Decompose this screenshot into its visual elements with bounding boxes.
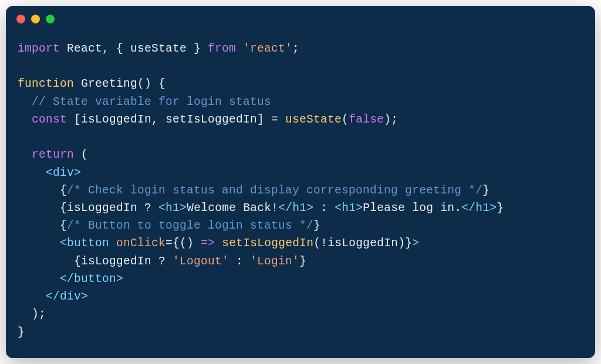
import-identifiers: React, { useState } <box>60 42 208 55</box>
tag-bracket: > <box>489 202 497 215</box>
identifier: isLoggedIn <box>327 237 398 250</box>
code-line: <div> <box>18 164 583 182</box>
brace: { <box>60 202 67 215</box>
jsx-text: Welcome Back! <box>187 202 278 215</box>
tag-button: button <box>67 237 109 250</box>
indent <box>18 166 46 179</box>
colon: : <box>229 255 250 268</box>
brace: { <box>74 255 81 268</box>
tag-h1: h1 <box>475 202 489 215</box>
indent <box>18 96 32 108</box>
arrow-op: => <box>201 237 215 250</box>
code-line: {/* Button to toggle login status */} <box>18 217 583 234</box>
indent <box>18 202 60 215</box>
semicolon: ; <box>292 42 299 55</box>
code-line-blank <box>18 128 583 146</box>
maximize-window-button[interactable] <box>46 15 55 23</box>
minimize-window-button[interactable] <box>31 15 40 23</box>
jsx-comment: /* Check login status and display corres… <box>67 184 482 197</box>
attribute-onclick: onClick <box>116 237 166 250</box>
keyword-return: return <box>32 148 74 161</box>
identifier: isLoggedIn <box>67 202 144 215</box>
space <box>236 42 243 55</box>
bang: ! <box>320 237 327 250</box>
jsx-comment: /* Button to toggle login status */ <box>67 219 313 232</box>
tag-bracket: > <box>74 166 81 179</box>
code-line: // State variable for login status <box>18 93 583 111</box>
indent <box>18 273 60 285</box>
tag-div: div <box>60 290 81 303</box>
brace: } <box>299 255 306 268</box>
indent <box>18 219 60 232</box>
tag-bracket: < <box>60 237 67 250</box>
paren: ( <box>313 237 320 250</box>
arrow-params: () <box>180 237 201 250</box>
brace: { <box>60 184 67 197</box>
destructure: [isLoggedIn, setIsLoggedIn] = <box>67 113 285 126</box>
usestate-call: useState <box>285 113 342 126</box>
params: () { <box>137 77 166 90</box>
indent <box>18 308 32 321</box>
brace: { <box>173 237 180 250</box>
tag-h1: h1 <box>292 202 306 215</box>
code-line: import React, { useState } from 'react'; <box>18 40 583 57</box>
comment: // State variable for login status <box>32 96 271 108</box>
keyword-const: const <box>32 113 67 126</box>
tag-bracket: </ <box>278 202 292 215</box>
tag-bracket: </ <box>46 290 60 303</box>
tag-bracket: < <box>158 202 166 215</box>
code-line: <button onClick={() => setIsLoggedIn(!is… <box>18 234 583 252</box>
ternary: ? <box>158 255 173 268</box>
tag-bracket: > <box>116 273 123 285</box>
indent <box>18 184 60 197</box>
space <box>109 237 116 250</box>
paren: ( <box>74 148 88 161</box>
close-window-button[interactable] <box>16 15 25 23</box>
string-literal: 'react' <box>243 42 292 55</box>
tag-bracket: </ <box>60 273 74 285</box>
tag-h1: h1 <box>342 202 356 215</box>
identifier: isLoggedIn <box>81 255 158 268</box>
tag-bracket: < <box>46 166 53 179</box>
string-literal: 'Logout' <box>173 255 229 268</box>
function-name: Greeting <box>74 77 137 90</box>
tag-bracket: > <box>180 202 187 215</box>
code-line: </div> <box>18 288 583 305</box>
code-line: </button> <box>18 270 583 288</box>
equals: = <box>166 237 173 250</box>
code-content: import React, { useState } from 'react';… <box>6 32 595 349</box>
tag-button: button <box>74 273 116 285</box>
indent <box>18 255 74 268</box>
indent <box>18 148 32 161</box>
string-literal: 'Login' <box>250 255 299 268</box>
indent <box>18 237 60 250</box>
tag-bracket: < <box>335 202 342 215</box>
indent <box>18 113 32 126</box>
tag-bracket: > <box>412 237 419 250</box>
code-line: function Greeting() { <box>18 75 583 93</box>
tag-bracket: </ <box>461 202 475 215</box>
tag-div: div <box>53 166 74 179</box>
boolean-false: false <box>349 113 384 126</box>
code-line-blank <box>18 57 583 75</box>
code-line: {/* Check login status and display corre… <box>18 182 583 199</box>
code-line: return ( <box>18 146 583 164</box>
code-line: const [isLoggedIn, setIsLoggedIn] = useS… <box>18 111 583 128</box>
paren: ); <box>384 113 398 126</box>
code-line: ); <box>18 305 583 323</box>
code-line: } <box>18 324 583 341</box>
window-title-bar <box>6 6 595 32</box>
jsx-text: Please log in. <box>363 202 461 215</box>
tag-bracket: > <box>81 290 88 303</box>
tag-bracket: > <box>306 202 313 215</box>
brace: } <box>497 202 504 215</box>
keyword-import: import <box>18 42 60 55</box>
tag-h1: h1 <box>166 202 180 215</box>
code-line: {isLoggedIn ? <h1>Welcome Back!</h1> : <… <box>18 199 583 217</box>
setter-call: setIsLoggedIn <box>222 237 313 250</box>
paren: ); <box>32 308 46 321</box>
code-line: {isLoggedIn ? 'Logout' : 'Login'} <box>18 253 583 270</box>
brace: { <box>60 219 67 232</box>
colon: : <box>313 202 335 215</box>
brace: } <box>482 184 489 197</box>
